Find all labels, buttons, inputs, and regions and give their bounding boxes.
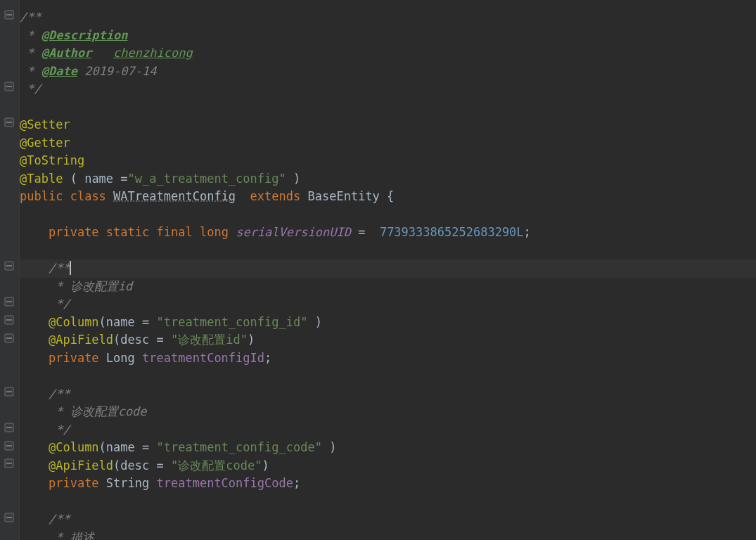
fold-minus-icon[interactable] <box>4 387 14 397</box>
fold-end-icon[interactable] <box>4 297 14 307</box>
code-line: private String treatmentConfigCode; <box>20 475 756 493</box>
fold-minus-icon[interactable] <box>4 441 14 451</box>
code-line: * @Date 2019-07-14 <box>20 63 756 81</box>
code-line: @Setter <box>20 116 756 134</box>
code-line <box>20 493 756 511</box>
fold-minus-icon[interactable] <box>4 315 14 325</box>
fold-minus-icon[interactable] <box>4 261 14 271</box>
code-line <box>20 206 756 224</box>
fold-end-icon[interactable] <box>4 458 14 468</box>
fold-minus-icon[interactable] <box>4 117 14 127</box>
fold-minus-icon[interactable] <box>4 513 14 522</box>
code-line: /** <box>20 385 756 404</box>
code-line <box>20 242 756 260</box>
code-line: @Table ( name ="w_a_treatment_config" ) <box>20 170 756 188</box>
code-line: @Column(name = "treatment_config_code" ) <box>20 439 756 457</box>
code-line: @ApiField(desc = "诊改配置code") <box>20 457 756 475</box>
code-editor[interactable]: /** * @Description * @Author chenzhicong… <box>0 0 756 540</box>
code-line: * @Description <box>20 27 756 45</box>
code-line: /** <box>20 510 756 529</box>
code-line: * 诊改配置code <box>20 403 756 421</box>
code-line: * 描述 <box>20 529 756 541</box>
code-line: * @Author chenzhicong <box>20 44 756 63</box>
fold-minus-icon[interactable] <box>4 10 14 20</box>
fold-end-icon[interactable] <box>4 333 14 343</box>
code-line: */ <box>20 295 756 314</box>
code-line: private Long treatmentConfigId; <box>20 349 756 368</box>
code-line: */ <box>20 421 756 439</box>
code-line: /** <box>20 8 756 27</box>
code-line: * 诊改配置id <box>20 278 756 296</box>
code-line: @ToString <box>20 152 756 170</box>
code-line <box>20 98 756 117</box>
code-line: */ <box>20 80 756 98</box>
code-line <box>20 367 756 385</box>
code-line: @Column(name = "treatment_config_id" ) <box>20 314 756 332</box>
code-line: public class WATreatmentConfig extends B… <box>20 188 756 206</box>
code-line: @ApiField(desc = "诊改配置id") <box>20 331 756 349</box>
fold-end-icon[interactable] <box>4 82 14 91</box>
code-line: @Getter <box>20 134 756 153</box>
fold-end-icon[interactable] <box>4 423 14 432</box>
text-cursor <box>70 261 71 275</box>
gutter <box>0 0 20 540</box>
code-area[interactable]: /** * @Description * @Author chenzhicong… <box>20 0 756 540</box>
code-line-current: /** <box>20 259 756 278</box>
code-line: private static final long serialVersionU… <box>20 224 756 242</box>
